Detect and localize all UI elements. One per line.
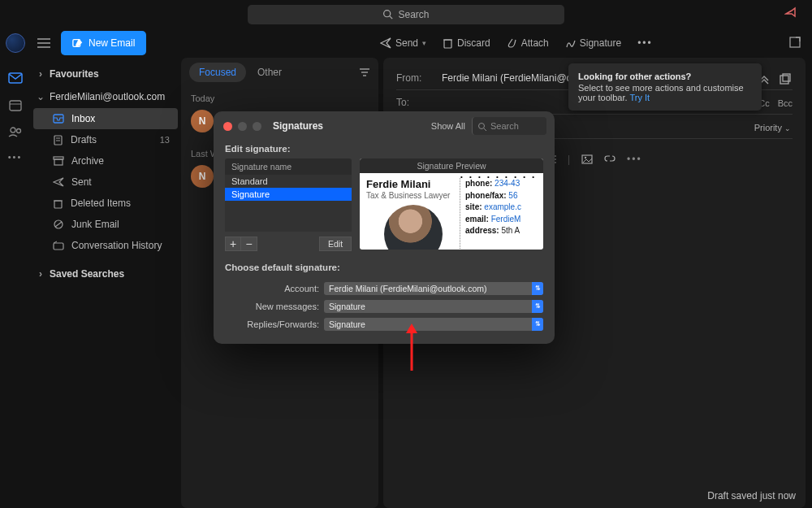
tab-other[interactable]: Other (248, 63, 292, 82)
signature-list[interactable]: Standard Signature (225, 175, 352, 232)
image-icon[interactable] (581, 154, 593, 164)
bcc-button[interactable]: Bcc (778, 98, 793, 108)
filter-icon[interactable] (359, 67, 370, 77)
favourites-section[interactable]: ›Favourites (30, 63, 181, 85)
tip-popup: Looking for other actions? Select to see… (568, 63, 762, 111)
annotation-arrow (404, 323, 420, 372)
svg-line-23 (55, 222, 62, 227)
svg-rect-6 (444, 40, 451, 48)
attach-button[interactable]: Attach (507, 37, 549, 49)
more-actions-button[interactable]: ••• (637, 37, 653, 49)
svg-rect-20 (54, 201, 62, 208)
folder-sent[interactable]: Sent (33, 172, 178, 193)
svg-rect-34 (780, 76, 788, 84)
popout-icon[interactable] (780, 73, 791, 85)
svg-rect-8 (790, 37, 800, 47)
rail-more[interactable]: ••• (8, 152, 23, 162)
folder-deleted[interactable]: Deleted Items (33, 193, 178, 214)
dialog-title: Signatures (273, 120, 323, 132)
new-email-button[interactable]: New Email (61, 31, 146, 55)
svg-rect-14 (54, 115, 63, 123)
add-signature-button[interactable]: + (225, 237, 241, 251)
from-value[interactable]: Ferdie Milani (FerdieMilani@outlo (442, 72, 588, 84)
priority-button[interactable]: Priority ⌄ (754, 123, 791, 132)
avatar: N (191, 110, 214, 132)
svg-marker-61 (406, 323, 417, 333)
to-label: To: (396, 97, 442, 108)
svg-rect-35 (783, 74, 790, 81)
folder-drafts[interactable]: Drafts13 (33, 129, 178, 150)
search-placeholder: Search (398, 9, 429, 20)
send-button[interactable]: Send▾ (380, 37, 426, 49)
avatar: N (191, 165, 214, 188)
svg-point-12 (11, 128, 15, 132)
compose-icon (72, 37, 84, 49)
folder-archive[interactable]: Archive (33, 150, 178, 172)
menu-icon[interactable] (37, 37, 51, 49)
account-section[interactable]: ⌄FerdieMilani@outlook.com (30, 85, 181, 108)
folder-sidebar: ›Favourites ⌄FerdieMilani@outlook.com In… (30, 58, 181, 508)
rail-calendar[interactable] (9, 98, 22, 111)
svg-line-1 (390, 16, 392, 19)
link-icon[interactable] (604, 154, 615, 164)
app-rail: ••• (0, 58, 30, 508)
svg-rect-10 (10, 101, 21, 111)
svg-point-0 (384, 11, 391, 17)
signature-preview: Signature Preview • • • • • • • • • Ferd… (360, 158, 543, 250)
group-today: Today (181, 87, 378, 106)
rail-people[interactable] (8, 126, 23, 137)
discard-button[interactable]: Discard (443, 37, 490, 49)
show-all-button[interactable]: Show All (431, 121, 465, 131)
svg-line-59 (484, 128, 486, 131)
window-controls[interactable] (223, 122, 261, 131)
maximize-icon[interactable] (789, 37, 801, 48)
signature-row[interactable]: Signature (225, 188, 352, 201)
global-search[interactable]: Search (248, 5, 564, 24)
remove-signature-button[interactable]: − (241, 237, 257, 251)
tip-link[interactable]: Try It (629, 93, 650, 102)
svg-point-13 (16, 129, 20, 133)
tab-focused[interactable]: Focused (189, 63, 246, 82)
defaults-label: Choose default signature: (214, 259, 555, 277)
svg-rect-9 (9, 73, 22, 83)
dialog-search[interactable]: Search (472, 117, 546, 135)
format-more[interactable]: ••• (627, 154, 642, 165)
new-messages-select[interactable]: Signature⇅ (324, 300, 543, 313)
svg-point-57 (585, 157, 586, 158)
edit-signature-label: Edit signature: (214, 141, 555, 158)
search-icon (382, 9, 393, 20)
from-label: From: (396, 72, 442, 84)
edit-signature-button[interactable]: Edit (319, 237, 352, 251)
app-icon (6, 33, 25, 53)
headshot (384, 205, 443, 250)
signature-row[interactable]: Standard (225, 175, 352, 188)
folder-junk[interactable]: Junk Email (33, 214, 178, 235)
rail-mail[interactable] (8, 72, 23, 84)
replies-forwards-select[interactable]: Signature⇅ (324, 318, 543, 331)
folder-inbox[interactable]: Inbox (33, 108, 178, 129)
signature-list-header: Signature name (225, 158, 352, 175)
signature-button[interactable]: Signature (565, 37, 621, 49)
announcement-icon[interactable] (784, 7, 797, 20)
folder-conversation-history[interactable]: Conversation History (33, 235, 178, 256)
svg-rect-19 (54, 159, 63, 165)
account-select[interactable]: Ferdie Milani (FerdieMilani@outlook.com)… (324, 282, 543, 295)
saved-searches-section[interactable]: ›Saved Searches (30, 263, 181, 285)
signatures-dialog: Signatures Show All Search Edit signatur… (214, 111, 555, 344)
svg-point-58 (479, 123, 485, 128)
svg-rect-24 (54, 243, 63, 250)
draft-status: Draft saved just now (707, 490, 796, 501)
